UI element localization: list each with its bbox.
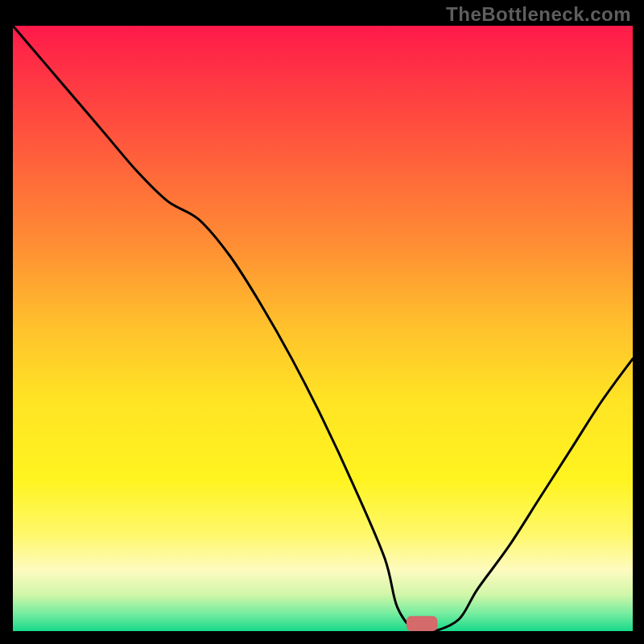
watermark-text: TheBottleneck.com	[446, 3, 631, 26]
chart-plot-area	[13, 26, 633, 631]
minimum-marker	[407, 616, 438, 631]
gradient-background	[13, 26, 633, 631]
chart-svg	[13, 26, 633, 631]
chart-container: TheBottleneck.com	[0, 0, 644, 644]
